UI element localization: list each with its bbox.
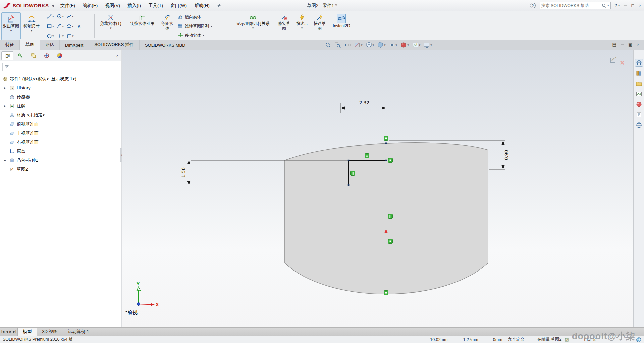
tree-item-front-plane[interactable]: 前视基准面 — [0, 119, 121, 129]
forum-icon[interactable] — [635, 121, 643, 129]
view-palette-icon[interactable] — [635, 90, 643, 98]
menu-window[interactable]: 窗口(W) — [167, 0, 191, 11]
point-tool-button[interactable]: ▾ — [56, 33, 65, 39]
tree-item-origin[interactable]: 原点 — [0, 147, 121, 156]
section-view-button[interactable]: ▾ — [353, 41, 364, 49]
linear-sketch-pattern-button[interactable]: 线性草图阵列 ▾ — [176, 22, 227, 30]
search-input[interactable] — [541, 3, 601, 8]
repair-sketch-button[interactable]: 修复草图 — [276, 12, 292, 40]
tab-features[interactable]: 特征 — [0, 40, 20, 50]
display-delete-relations-button[interactable]: 显示/删除几何关系 ▾ — [231, 12, 275, 40]
polygon-tool-button[interactable]: ▾ — [46, 33, 55, 39]
tree-item-sketch2[interactable]: 草图2 — [0, 165, 121, 174]
tab-dimxpert[interactable]: DimXpert — [60, 41, 89, 50]
confirm-sketch-icon[interactable] — [609, 55, 618, 64]
line-tool-button[interactable]: ▾ — [46, 13, 55, 19]
offset-entities-button[interactable]: 等距实体 — [159, 12, 175, 40]
graphics-viewport[interactable]: 2.32 1.56 0.90 — [122, 50, 633, 327]
graphics-scene[interactable]: 2.32 1.56 0.90 — [122, 50, 633, 327]
smart-dimension-button[interactable]: 智能尺寸 ▾ — [22, 12, 41, 40]
doc-close-button[interactable]: × — [637, 42, 639, 47]
apply-scene-dropdown-icon[interactable]: ▾ — [419, 44, 421, 47]
relation-coincident-icon[interactable] — [384, 136, 388, 141]
panel-flyout-arrow[interactable]: › — [116, 52, 118, 58]
tab-solidworks-addins[interactable]: SOLIDWORKS 插件 — [89, 40, 140, 50]
search-icon[interactable] — [602, 3, 606, 8]
menu-edit[interactable]: 编辑(E) — [79, 0, 101, 11]
sketch-fillet-dropdown-icon[interactable]: ▾ — [72, 35, 74, 38]
cancel-sketch-icon[interactable]: × — [620, 59, 624, 67]
nav-prev-button[interactable]: ◀ — [6, 330, 8, 333]
search-box[interactable]: ▾ — [540, 2, 611, 9]
trim-entities-button[interactable]: 剪裁实体(T) ▾ — [96, 12, 125, 40]
rapid-dimension-dropdown-icon[interactable]: ▾ — [301, 27, 303, 30]
tab-motion-study-1[interactable]: 运动算例 1 — [63, 328, 95, 336]
view-orientation-button[interactable]: ▾ — [365, 41, 375, 49]
tab-sketch[interactable]: 草图 — [20, 39, 40, 50]
help-circle-icon[interactable]: ? — [530, 3, 536, 8]
tab-evaluate[interactable]: 评估 — [40, 40, 60, 50]
mirror-entities-button[interactable]: 镜向实体 — [176, 13, 227, 21]
view-settings-dropdown-icon[interactable]: ▾ — [430, 44, 432, 47]
tab-propertymanager[interactable] — [14, 51, 26, 60]
ellipse-tool-button[interactable]: ▾ — [65, 23, 75, 29]
dimension-top-value[interactable]: 2.32 — [359, 100, 369, 105]
menu-view[interactable]: 视图(V) — [101, 0, 124, 11]
appearances-scenes-icon[interactable] — [635, 101, 643, 108]
relation-vertical-icon[interactable] — [351, 171, 355, 176]
tab-featuremanager-tree[interactable] — [1, 51, 13, 60]
relation-vertical-icon[interactable] — [388, 214, 393, 219]
nav-next-button[interactable]: ▶ — [9, 330, 12, 333]
view-settings-button[interactable]: ▾ — [422, 41, 433, 49]
menu-help[interactable]: 帮助(H) — [191, 0, 213, 11]
dimension-right[interactable]: 0.90 — [502, 135, 509, 175]
instant2d-button[interactable]: Instant2D — [329, 12, 354, 40]
relation-coincident-icon[interactable] — [388, 158, 393, 163]
dimension-right-value[interactable]: 0.90 — [504, 150, 509, 160]
circle-tool-button[interactable]: ▾ — [56, 13, 65, 19]
menu-collapse-icon[interactable]: ◀ — [51, 4, 54, 7]
maximize-button[interactable]: □ — [632, 3, 634, 8]
tree-item-history[interactable]: ▸ History — [0, 83, 121, 92]
close-button[interactable]: × — [639, 3, 641, 8]
nav-first-button[interactable]: |◀ — [1, 330, 4, 333]
display-relations-dropdown-icon[interactable]: ▾ — [252, 27, 254, 30]
expander-icon[interactable]: ▸ — [3, 86, 7, 90]
rectangle-tool-button[interactable]: ▾ — [46, 23, 55, 29]
section-view-dropdown-icon[interactable]: ▾ — [361, 44, 363, 47]
hide-show-items-button[interactable]: ▾ — [388, 41, 398, 49]
help-dropdown-icon[interactable]: ▾ — [618, 4, 620, 7]
custom-properties-icon[interactable] — [635, 111, 643, 118]
tree-item-annotations[interactable]: ▸ A 注解 — [0, 101, 121, 110]
design-library-icon[interactable] — [635, 69, 643, 77]
arc-tool-button[interactable]: ▾ — [56, 23, 65, 29]
point-dropdown-icon[interactable]: ▾ — [62, 35, 64, 38]
expander-icon[interactable]: ▸ — [3, 158, 7, 162]
help-menu-button[interactable]: ? ▾ — [615, 3, 620, 8]
edit-appearance-button[interactable]: ▾ — [399, 41, 410, 49]
spline-dropdown-icon[interactable]: ▾ — [72, 15, 74, 18]
relation-coincident-icon[interactable] — [388, 239, 393, 244]
exit-sketch-button[interactable]: 退出草图 ▾ — [1, 12, 21, 40]
tree-item-boss-extrude1[interactable]: ▸ 凸台-拉伸1 — [0, 156, 121, 165]
tab-solidworks-mbd[interactable]: SOLIDWORKS MBD — [140, 41, 191, 50]
menu-tools[interactable]: 工具(T) — [145, 0, 167, 11]
rectangle-dropdown-icon[interactable]: ▾ — [52, 25, 54, 28]
menu-pin-icon[interactable] — [217, 3, 221, 8]
zoom-to-area-button[interactable] — [333, 41, 342, 49]
rapid-sketch-button[interactable]: 快速草图 — [311, 12, 328, 40]
home-icon[interactable] — [635, 59, 643, 66]
doc-minimize-button[interactable]: ─ — [621, 42, 624, 47]
move-entities-dropdown-icon[interactable]: ▾ — [203, 34, 204, 37]
tree-item-right-plane[interactable]: 右视基准面 — [0, 138, 121, 147]
tree-item-part[interactable]: 零件1 (默认<<默认>_显示状态 1>) — [0, 74, 121, 83]
relation-horizontal-icon[interactable] — [365, 154, 369, 158]
hide-show-dropdown-icon[interactable]: ▾ — [396, 44, 397, 47]
dimension-left-value[interactable]: 1.56 — [181, 167, 186, 178]
spline-tool-button[interactable]: ▾ — [65, 13, 75, 19]
text-tool-button[interactable]: A — [75, 23, 83, 29]
convert-entities-button[interactable]: 转换实体引用 — [126, 12, 158, 40]
tab-dimxpertmanager[interactable] — [41, 51, 53, 60]
line-dropdown-icon[interactable]: ▾ — [52, 15, 54, 18]
part-face[interactable] — [285, 143, 488, 294]
